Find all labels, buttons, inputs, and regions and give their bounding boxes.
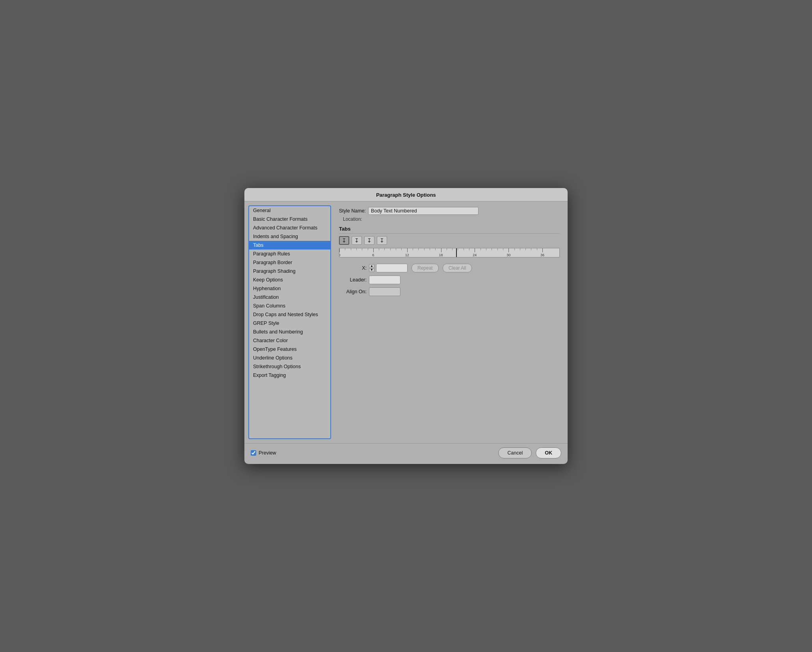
sidebar-item-basic-char[interactable]: Basic Character Formats <box>249 215 330 224</box>
ruler-tick-minor <box>469 248 469 250</box>
sidebar-item-drop-caps[interactable]: Drop Caps and Nested Styles <box>249 310 330 319</box>
ruler-tick-minor <box>435 248 436 250</box>
ruler-tick-minor <box>379 248 379 250</box>
ruler-label: 6 <box>372 253 374 257</box>
sidebar-item-span-columns[interactable]: Span Columns <box>249 302 330 310</box>
style-name-row: Style Name: <box>339 207 560 215</box>
tab-align-row: ↧↧↧↧ <box>339 236 560 245</box>
ruler-tick-major <box>542 248 543 252</box>
ruler-marker[interactable] <box>456 248 457 257</box>
sidebar: GeneralBasic Character FormatsAdvanced C… <box>248 205 331 439</box>
left-tab-btn[interactable]: ↧ <box>339 236 349 245</box>
x-field-row: X: ▲ ▼ Repeat Clear All <box>339 264 560 272</box>
ruler-tick-minor <box>418 248 419 250</box>
align-on-field-row: Align On: <box>339 287 560 296</box>
leader-field-row: Leader: <box>339 276 560 284</box>
ruler-tick-minor <box>492 248 492 250</box>
sidebar-item-bullets[interactable]: Bullets and Numbering <box>249 328 330 336</box>
center-tab-btn[interactable]: ↧ <box>352 236 362 245</box>
ruler-tick-minor <box>452 248 453 250</box>
ruler[interactable]: 061218243036 <box>339 248 560 257</box>
ruler-tick-minor <box>396 248 396 250</box>
section-title: Tabs <box>339 226 560 234</box>
footer-buttons: Cancel OK <box>498 447 561 458</box>
sidebar-item-justification[interactable]: Justification <box>249 293 330 302</box>
cancel-button[interactable]: Cancel <box>498 447 532 458</box>
ruler-tick-minor <box>537 248 537 250</box>
location-row: Location: <box>339 216 560 222</box>
ruler-tick-minor <box>362 248 362 250</box>
main-panel: Style Name: Location: Tabs ↧↧↧↧ 06121824… <box>331 201 568 443</box>
sidebar-item-adv-char[interactable]: Advanced Character Formats <box>249 224 330 232</box>
sidebar-item-grep-style[interactable]: GREP Style <box>249 319 330 328</box>
leader-input[interactable] <box>369 276 400 284</box>
dialog-body: GeneralBasic Character FormatsAdvanced C… <box>244 201 568 443</box>
ruler-tick-minor <box>430 248 430 250</box>
ruler-tick-minor <box>480 248 481 250</box>
ruler-tick-major <box>373 248 374 252</box>
clear-all-button[interactable]: Clear All <box>443 264 472 272</box>
ruler-label: 24 <box>473 253 477 257</box>
ruler-tick-minor <box>345 248 345 250</box>
sidebar-item-opentype[interactable]: OpenType Features <box>249 345 330 354</box>
ruler-tick-minor <box>525 248 526 250</box>
sidebar-item-underline[interactable]: Underline Options <box>249 354 330 362</box>
location-label: Location: <box>343 216 362 222</box>
ruler-tick-major <box>339 248 340 252</box>
preview-row: Preview <box>251 450 276 456</box>
ruler-tick-minor <box>351 248 351 250</box>
ruler-container: 061218243036 <box>339 248 560 257</box>
ruler-tick-major <box>508 248 509 252</box>
sidebar-item-indents[interactable]: Indents and Spacing <box>249 232 330 241</box>
ruler-tick-major <box>407 248 408 252</box>
sidebar-item-strikethrough[interactable]: Strikethrough Options <box>249 362 330 371</box>
sidebar-item-keep-options[interactable]: Keep Options <box>249 276 330 284</box>
ruler-tick-minor <box>384 248 385 250</box>
ruler-label: 30 <box>507 253 510 257</box>
align-on-input[interactable] <box>369 287 400 296</box>
x-label: X: <box>339 265 367 271</box>
paragraph-style-options-dialog: Paragraph Style Options GeneralBasic Cha… <box>244 188 568 464</box>
sidebar-item-para-border[interactable]: Paragraph Border <box>249 258 330 267</box>
right-tab-btn[interactable]: ↧ <box>364 236 374 245</box>
decimal-tab-btn[interactable]: ↧ <box>377 236 387 245</box>
ruler-tick-minor <box>520 248 520 250</box>
dialog-footer: Preview Cancel OK <box>244 443 568 464</box>
sidebar-item-para-shading[interactable]: Paragraph Shading <box>249 267 330 276</box>
ruler-label: 0 <box>339 253 341 257</box>
dialog-title-bar: Paragraph Style Options <box>244 188 568 201</box>
sidebar-item-para-rules[interactable]: Paragraph Rules <box>249 250 330 258</box>
ruler-tick-minor <box>424 248 425 250</box>
ruler-tick-major <box>475 248 475 252</box>
stepper-up[interactable]: ▲ <box>369 264 374 268</box>
stepper-down[interactable]: ▼ <box>369 268 374 272</box>
x-input[interactable] <box>376 264 408 272</box>
ruler-tick-minor <box>356 248 357 250</box>
ruler-tick-minor <box>368 248 368 250</box>
ruler-label: 18 <box>439 253 443 257</box>
sidebar-item-general[interactable]: General <box>249 206 330 215</box>
ok-button[interactable]: OK <box>536 447 561 458</box>
ruler-tick-minor <box>413 248 413 250</box>
ruler-tick-minor <box>531 248 531 250</box>
ruler-tick-minor <box>447 248 447 250</box>
style-name-label: Style Name: <box>339 208 366 214</box>
ruler-tick-major <box>441 248 441 252</box>
dialog-title: Paragraph Style Options <box>376 192 436 198</box>
align-on-label: Align On: <box>339 289 367 294</box>
ruler-tick-minor <box>401 248 402 250</box>
ruler-label: 12 <box>405 253 409 257</box>
sidebar-item-export[interactable]: Export Tagging <box>249 371 330 380</box>
sidebar-item-hyphenation[interactable]: Hyphenation <box>249 284 330 293</box>
ruler-tick-minor <box>503 248 503 250</box>
ruler-tick-minor <box>514 248 515 250</box>
preview-checkbox[interactable] <box>251 450 256 456</box>
x-stepper[interactable]: ▲ ▼ <box>369 264 374 272</box>
sidebar-item-tabs[interactable]: Tabs <box>249 241 330 250</box>
ruler-label: 36 <box>540 253 544 257</box>
ruler-tick-minor <box>497 248 498 250</box>
sidebar-item-char-color[interactable]: Character Color <box>249 336 330 345</box>
style-name-input[interactable] <box>368 207 479 215</box>
repeat-button[interactable]: Repeat <box>412 264 439 272</box>
ruler-tick-minor <box>486 248 486 250</box>
